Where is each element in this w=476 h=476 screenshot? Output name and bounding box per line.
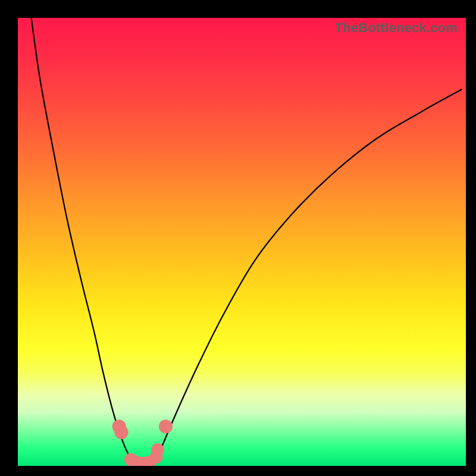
curve-group <box>32 18 462 464</box>
data-marker <box>159 419 173 433</box>
bottleneck-curve-svg <box>18 18 466 466</box>
chart-frame: TheBottleneck.com <box>0 0 476 476</box>
plot-area: TheBottleneck.com <box>18 18 466 466</box>
data-marker <box>114 425 128 439</box>
data-marker <box>151 443 164 456</box>
curve-left-branch <box>32 18 132 461</box>
curve-right-branch <box>155 89 462 461</box>
